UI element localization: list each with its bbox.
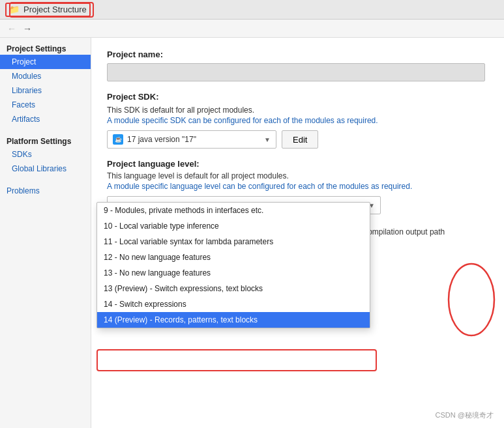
dropdown-item-12[interactable]: 12 - No new language features	[97, 250, 370, 265]
dropdown-item-14[interactable]: 14 - Switch expressions	[97, 296, 370, 312]
sidebar-item-sdks[interactable]: SDKs	[0, 147, 91, 162]
title-bar: 📁 Project Structure	[0, 0, 504, 20]
sidebar: Project Settings Project Modules Librari…	[0, 38, 91, 428]
sdk-row: ☕ 17 java version "17" ▼ Edit	[107, 130, 488, 149]
language-level-dropdown-popup: 9 - Modules, private methods in interfac…	[96, 202, 370, 328]
sidebar-item-modules[interactable]: Modules	[0, 69, 91, 83]
sidebar-item-problems[interactable]: Problems	[0, 182, 91, 199]
lang-desc2: A module specific language level can be …	[107, 182, 488, 191]
dropdown-item-14p[interactable]: 14 (Preview) - Records, patterns, text b…	[97, 312, 370, 328]
sdk-desc1: This SDK is default for all project modu…	[107, 106, 488, 115]
nav-bar: ← →	[0, 20, 504, 38]
sidebar-item-global-libraries[interactable]: Global Libraries	[0, 162, 91, 176]
project-sdk-label: Project SDK:	[107, 92, 488, 102]
watermark: CSDN @秘境奇才	[436, 410, 494, 420]
forward-button[interactable]: →	[21, 22, 34, 35]
sdk-dropdown-arrow-icon: ▼	[264, 136, 271, 143]
dropdown-item-9[interactable]: 9 - Modules, private methods in interfac…	[97, 203, 370, 218]
dropdown-item-13[interactable]: 13 - No new language features	[97, 265, 370, 281]
platform-settings-section: Platform Settings	[0, 133, 91, 147]
dropdown-item-11[interactable]: 11 - Local variable syntax for lambda pa…	[97, 234, 370, 250]
sdk-desc2: A module specific SDK can be configured …	[107, 116, 488, 125]
sdk-java-icon: ☕	[113, 134, 123, 145]
back-button[interactable]: ←	[5, 22, 18, 35]
title-bar-outline: 📁 Project Structure	[5, 3, 91, 17]
sidebar-item-project[interactable]: Project	[0, 55, 91, 69]
lang-level-label: Project language level:	[107, 159, 488, 169]
window-title: Project Structure	[23, 5, 87, 14]
sdk-value: 17 java version "17"	[127, 135, 260, 144]
dropdown-item-13p[interactable]: 13 (Preview) - Switch expressions, text …	[97, 281, 370, 296]
project-name-label: Project name:	[107, 50, 488, 59]
dropdown-item-10[interactable]: 10 - Local variable type inference	[97, 218, 370, 234]
sidebar-item-facets[interactable]: Facets	[0, 98, 91, 112]
window-icon: 📁	[9, 5, 20, 15]
project-name-input[interactable]	[107, 63, 485, 81]
edit-sdk-button[interactable]: Edit	[282, 130, 318, 149]
sdk-dropdown[interactable]: ☕ 17 java version "17" ▼	[107, 130, 276, 149]
sidebar-item-artifacts[interactable]: Artifacts	[0, 112, 91, 126]
project-settings-section: Project Settings	[0, 40, 91, 55]
lang-desc1: This language level is default for all p…	[107, 171, 488, 180]
sidebar-item-libraries[interactable]: Libraries	[0, 83, 91, 98]
